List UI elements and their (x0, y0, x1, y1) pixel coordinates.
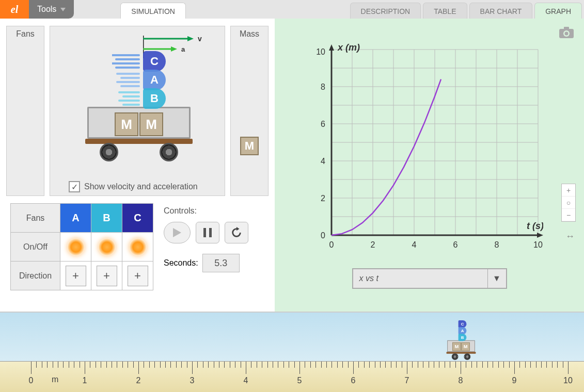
svg-marker-22 (236, 227, 240, 231)
svg-text:8: 8 (321, 83, 325, 91)
svg-text:2: 2 (321, 194, 325, 203)
controls-label: Controls: (164, 206, 248, 216)
tab-barchart[interactable]: BAR CHART (469, 3, 533, 19)
svg-marker-2 (187, 36, 194, 41)
svg-text:8: 8 (495, 240, 499, 249)
mass-bin[interactable]: Mass M (230, 26, 269, 196)
tab-graph[interactable]: GRAPH (534, 3, 582, 19)
svg-rect-24 (564, 27, 569, 30)
play-button[interactable] (164, 222, 191, 243)
ruler-tick-label: 2 (136, 376, 141, 385)
svg-marker-5 (171, 46, 177, 52)
sim-stage[interactable]: v a C A B (50, 26, 225, 196)
pan-button[interactable]: ↔ (565, 231, 575, 242)
svg-text:2: 2 (371, 240, 375, 249)
show-velocity-accel-label: Show velocity and acceleration (84, 182, 198, 191)
tools-menu[interactable]: Tools (29, 0, 74, 19)
fan-table-header-onoff: On/Off (11, 233, 60, 262)
ruler-tick-label: 6 (351, 376, 356, 385)
fan-a-toggle[interactable] (67, 238, 85, 256)
screenshot-button[interactable] (559, 27, 574, 40)
fan-a-direction-button[interactable]: + (66, 266, 86, 286)
fan-a-label: A (143, 70, 166, 90)
ruler-tick-label: 4 (244, 376, 248, 385)
graph-chart: x (m) t (s) 0 2 4 6 8 10 0 2 4 6 8 10 (306, 39, 543, 256)
reset-icon (231, 227, 242, 238)
zoom-in-button[interactable]: + (562, 184, 575, 197)
show-velocity-accel-checkbox[interactable]: ✓ (69, 181, 80, 192)
ruler-tick-label: 5 (297, 376, 302, 385)
cart-mass-block-2: M (139, 112, 163, 136)
svg-point-26 (565, 32, 569, 36)
chevron-down-icon: ▼ (493, 274, 501, 283)
fan-table-col-a: A (60, 204, 91, 233)
fan-c-toggle[interactable] (129, 238, 147, 256)
fan-c[interactable]: C (143, 51, 169, 72)
zoom-out-button[interactable]: − (562, 209, 575, 221)
simulation-panel: Fans v a C (0, 19, 275, 312)
svg-text:a: a (181, 45, 185, 53)
ruler-tick-label: 3 (190, 376, 195, 385)
cart-body[interactable]: M M (87, 107, 191, 139)
graph-type-dropdown[interactable]: x vs t ▼ (352, 268, 507, 289)
seconds-label: Seconds: (164, 258, 198, 268)
ruler-tick-label: 8 (459, 376, 463, 385)
fans-bin-label: Fans (16, 29, 35, 39)
svg-text:v: v (198, 36, 202, 43)
svg-text:4: 4 (412, 240, 417, 249)
cart-mass-block-1: M (115, 112, 138, 136)
svg-text:0: 0 (321, 231, 325, 240)
fan-b-label: B (143, 88, 166, 109)
zoom-reset-button[interactable]: ○ (562, 197, 575, 209)
mini-cart: C A B MM (447, 320, 476, 360)
fan-c-direction-button[interactable]: + (128, 266, 148, 286)
fan-table-col-c: C (122, 204, 153, 233)
pause-icon (203, 228, 212, 237)
wheel-icon (160, 143, 178, 161)
tab-description[interactable]: DESCRIPTION (350, 3, 421, 19)
play-icon (173, 228, 181, 237)
track-view: C A B MM 012345678910 m (0, 312, 584, 392)
zoom-control: + ○ − (561, 184, 576, 222)
ruler-tick-label: 0 (29, 376, 34, 385)
fan-table-header-direction: Direction (11, 262, 60, 290)
tab-table[interactable]: TABLE (423, 3, 467, 19)
svg-text:6: 6 (321, 120, 325, 128)
wheel-icon (100, 143, 118, 161)
svg-text:6: 6 (453, 240, 458, 249)
svg-rect-21 (209, 228, 212, 237)
graph-type-selected: x vs t (359, 274, 378, 283)
app-logo: el (0, 0, 29, 19)
fan-b-toggle[interactable] (98, 238, 116, 256)
tools-label: Tools (37, 5, 56, 14)
ruler-tick-label: 7 (405, 376, 409, 385)
fan-control-table: Fans A B C On/Off Direction + + + (10, 203, 153, 290)
ruler-tick-label: 1 (83, 376, 87, 385)
svg-text:4: 4 (321, 157, 325, 166)
svg-marker-50 (329, 44, 334, 51)
svg-rect-20 (203, 228, 206, 237)
ruler: 012345678910 m (0, 361, 584, 392)
svg-marker-52 (537, 233, 543, 238)
svg-marker-19 (173, 228, 181, 237)
fan-table-header-fans: Fans (11, 204, 60, 233)
tab-simulation[interactable]: SIMULATION (120, 3, 186, 19)
reset-button[interactable] (225, 222, 248, 243)
svg-text:t (s): t (s) (527, 221, 543, 231)
mass-block-draggable[interactable]: M (240, 137, 259, 155)
graph-panel: x (m) t (s) 0 2 4 6 8 10 0 2 4 6 8 10 + … (275, 19, 584, 312)
fan-table-col-b: B (91, 204, 122, 233)
seconds-display: 5.3 (202, 254, 240, 272)
svg-text:0: 0 (329, 240, 334, 249)
fan-a[interactable]: A (143, 70, 169, 90)
pause-button[interactable] (196, 222, 219, 243)
fans-bin[interactable]: Fans (6, 26, 44, 196)
ruler-unit-label: m (52, 375, 58, 384)
ruler-tick-label: 9 (512, 376, 517, 385)
svg-text:10: 10 (316, 47, 325, 56)
fan-b[interactable]: B (143, 88, 169, 109)
svg-text:10: 10 (533, 240, 543, 249)
fan-b-direction-button[interactable]: + (97, 266, 117, 286)
chevron-down-icon (60, 8, 66, 11)
mass-bin-label: Mass (240, 29, 259, 39)
